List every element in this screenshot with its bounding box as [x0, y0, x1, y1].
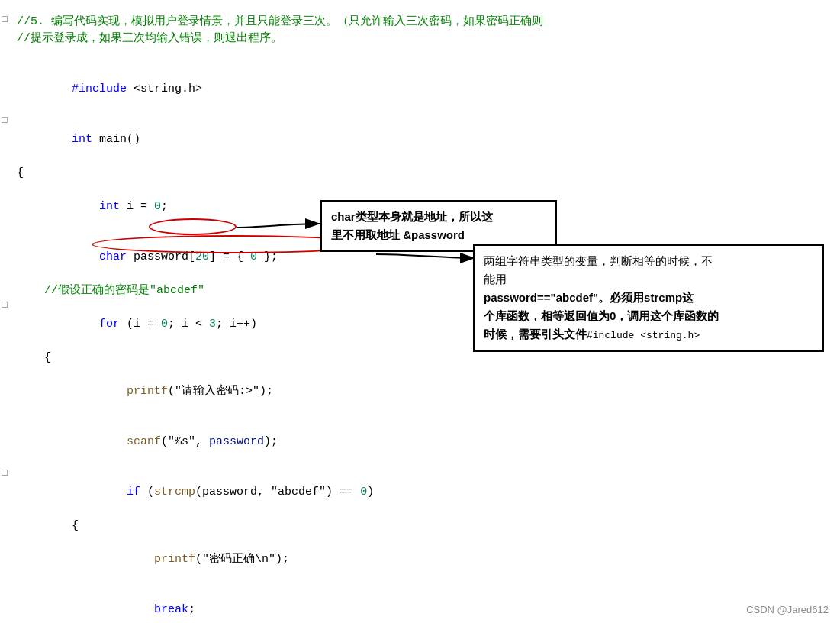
line-content-13: scanf("%s", password); — [14, 417, 840, 467]
line-content-12: printf("请输入密码:>"); — [14, 366, 840, 417]
code-line-4: #include <string.h> — [0, 64, 840, 115]
code-line-15: { — [0, 518, 840, 534]
annotation-2-text: 两组字符串类型的变量，判断相等的时候，不 能用 password=="abcde… — [484, 254, 719, 341]
line-content-16: printf("密码正确\n"); — [14, 534, 840, 585]
code-line-12: printf("请输入密码:>"); — [0, 366, 840, 417]
line-content-5: int main() — [14, 115, 840, 165]
code-line-11: { — [0, 350, 840, 366]
code-line-1: □ //5. 编写代码实现，模拟用户登录情景，并且只能登录三次。（只允许输入三次… — [0, 14, 840, 31]
fold-icon-10[interactable]: □ — [2, 299, 14, 311]
code-line-5: □ int main() — [0, 115, 840, 165]
fold-icon-5[interactable]: □ — [2, 115, 14, 126]
code-line-3 — [0, 47, 840, 64]
code-line-6: { — [0, 165, 840, 182]
line-content-11: { — [14, 350, 840, 366]
line-content-6: { — [14, 165, 840, 182]
line-content-15: { — [14, 518, 840, 534]
code-line-14: □ if (strcmp(password, "abcdef") == 0) — [0, 467, 840, 518]
oval-password — [149, 218, 237, 235]
line-content-14: if (strcmp(password, "abcdef") == 0) — [14, 467, 840, 518]
annotation-bubble-2: 两组字符串类型的变量，判断相等的时候，不 能用 password=="abcde… — [473, 244, 824, 352]
code-line-13: scanf("%s", password); — [0, 417, 840, 467]
line-content-1: //5. 编写代码实现，模拟用户登录情景，并且只能登录三次。（只允许输入三次密码… — [14, 14, 840, 31]
fold-icon-1[interactable]: □ — [2, 14, 14, 25]
code-editor: □ //5. 编写代码实现，模拟用户登录情景，并且只能登录三次。（只允许输入三次… — [0, 0, 840, 623]
watermark: CSDN @Jared612 — [746, 604, 829, 615]
code-line-16: printf("密码正确\n"); — [0, 534, 840, 585]
line-content-4: #include <string.h> — [14, 64, 840, 115]
annotation-1-text: char类型本身就是地址，所以这 里不用取地址 &password — [331, 210, 493, 241]
line-content-17: break; — [14, 585, 840, 623]
fold-icon-14[interactable]: □ — [2, 467, 14, 479]
code-line-17: break; — [0, 585, 840, 623]
code-line-2: //提示登录成，如果三次均输入错误，则退出程序。 — [0, 31, 840, 47]
line-content-2: //提示登录成，如果三次均输入错误，则退出程序。 — [14, 31, 840, 47]
